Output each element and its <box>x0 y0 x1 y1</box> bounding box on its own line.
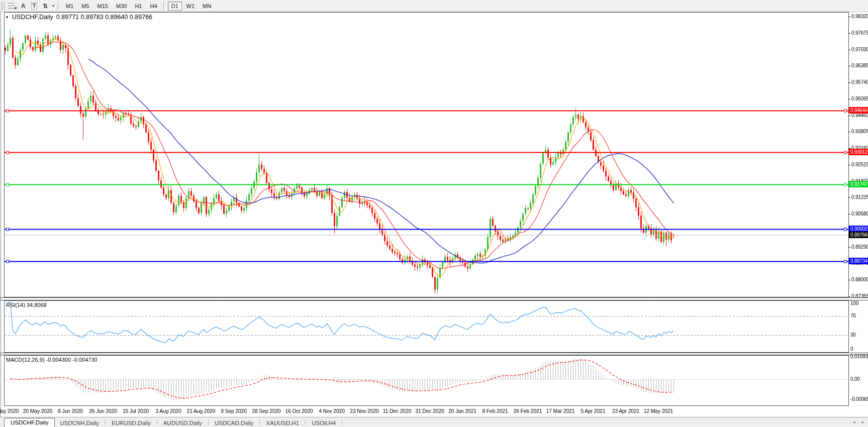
chart-ohlc-quotes: 0.89771 0.89783 0.89640 0.89766 <box>56 14 152 21</box>
toolbar-separator <box>58 2 60 10</box>
timeframe-button-m5[interactable]: M5 <box>78 2 92 11</box>
fibonacci-retracement-icon[interactable]: F <box>7 2 18 11</box>
text-label-icon[interactable]: T <box>29 2 40 11</box>
timeframe-button-mn[interactable]: MN <box>199 2 215 11</box>
chart-title: ▼ USDCHF,Daily 0.89771 0.89783 0.89640 0… <box>5 14 152 21</box>
timeframe-button-m1[interactable]: M1 <box>62 2 77 11</box>
timeframes-group-daily: D1W1MN <box>167 2 216 11</box>
tab-separator <box>259 419 260 425</box>
price-axis[interactable] <box>848 12 868 406</box>
chart-tab-usdchf[interactable]: USDCHF,Daily <box>4 418 55 427</box>
tab-separator <box>208 419 209 425</box>
tab-separator <box>157 419 157 425</box>
timeframe-button-w1[interactable]: W1 <box>183 2 199 11</box>
chart-dropdown-icon[interactable]: ▼ <box>5 15 9 20</box>
timeframe-button-m15[interactable]: M15 <box>94 2 112 11</box>
tab-scroll-right-icon[interactable]: ► <box>861 420 865 424</box>
trading-terminal-window: FAT⇅▾ M1M5M15M30H1H4 D1W1MN ▼ USDCHF,Dai… <box>0 0 868 427</box>
arrows-dropdown-caret-icon[interactable]: ▾ <box>51 2 56 11</box>
tab-separator <box>342 419 342 425</box>
price-chart-canvas[interactable] <box>0 0 868 427</box>
tab-separator <box>105 419 106 425</box>
rsi-indicator-label: RSI(14) 34.8068 <box>6 302 47 308</box>
chart-tab-eurusd[interactable]: EURUSD,Daily <box>107 419 155 427</box>
chart-tab-audusd[interactable]: AUDUSD,Daily <box>158 419 207 427</box>
tab-scroll-buttons: ◄ ► <box>852 420 865 424</box>
chart-symbol-period: USDCHF,Daily <box>12 14 53 21</box>
tab-separator <box>305 419 306 425</box>
date-axis[interactable] <box>4 406 848 417</box>
timeframes-group-minutes: M1M5M15M30H1H4 <box>62 2 161 11</box>
macd-indicator-label: MACD(12,26,9) -0.004300 -0.004730 <box>6 357 98 363</box>
toolbar-separator <box>163 2 165 10</box>
tab-scroll-left-icon[interactable]: ◄ <box>852 420 856 424</box>
arrows-icon[interactable]: ⇅ <box>40 2 51 11</box>
chart-tab-usdcnh[interactable]: USDCNH,Daily <box>55 419 104 427</box>
timeframe-button-m30[interactable]: M30 <box>113 2 130 11</box>
timeframe-button-h1[interactable]: H1 <box>131 2 145 11</box>
toolbar-grip[interactable] <box>1 2 5 10</box>
top-toolbar: FAT⇅▾ M1M5M15M30H1H4 D1W1MN <box>0 0 868 12</box>
chart-tab-xauusd[interactable]: XAUUSD,H1 <box>261 419 304 427</box>
chart-tab-bar: USDCHF,DailyUSDCNH,DailyEURUSD,DailyAUDU… <box>0 417 868 427</box>
chart-tab-usdcad[interactable]: USDCAD,Daily <box>210 419 258 427</box>
text-icon[interactable]: A <box>18 2 29 11</box>
timeframe-button-h4[interactable]: H4 <box>146 2 160 11</box>
chart-tab-usoil[interactable]: USOil,H4 <box>307 419 341 427</box>
drawing-tools-group: FAT⇅▾ <box>7 2 56 11</box>
timeframe-button-d1[interactable]: D1 <box>168 2 182 11</box>
